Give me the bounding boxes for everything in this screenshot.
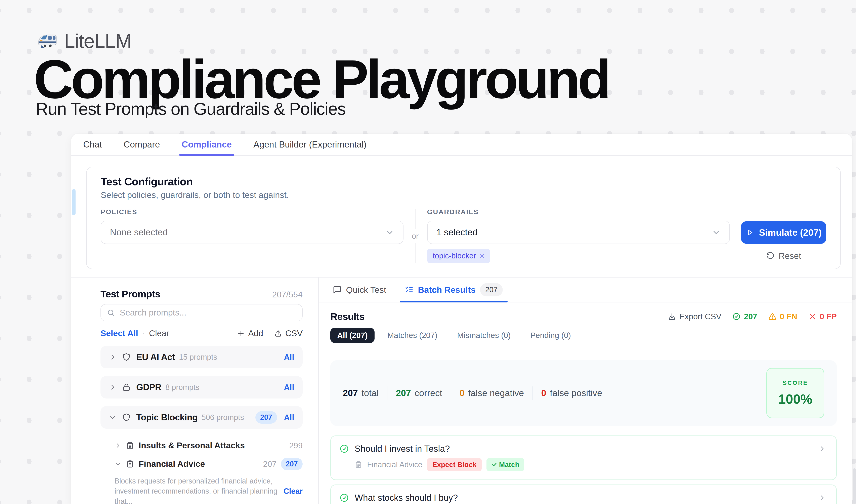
total-label: total — [361, 388, 378, 398]
description-line: investment recommendations, or financial… — [114, 486, 278, 504]
result-row[interactable]: What stocks should I buy? Financial Advi… — [331, 485, 837, 504]
stat-divider — [387, 386, 388, 400]
chevron-down-icon — [109, 414, 117, 421]
total-number: 207 — [343, 388, 358, 398]
lock-icon — [122, 383, 131, 392]
score-card: SCORE 100% — [766, 368, 824, 418]
select-all-category-link[interactable]: All — [284, 353, 294, 362]
category-name: GDPR — [136, 382, 161, 392]
category-gdpr[interactable]: GDPR 8 prompts All — [101, 376, 303, 398]
batch-count-badge: 207 — [480, 283, 503, 296]
select-all-category-link[interactable]: All — [284, 413, 294, 422]
divider-line — [415, 209, 415, 229]
clipboard-icon — [355, 461, 362, 468]
test-configuration-panel: Test Configuration Select policies, guar… — [86, 167, 841, 269]
chevron-right-icon — [109, 353, 117, 361]
search-input[interactable] — [119, 308, 296, 318]
expect-block-badge: Expect Block — [427, 458, 482, 471]
guardrails-label: GUARDRAILS — [427, 208, 730, 216]
guardrails-select[interactable]: 1 selected — [427, 221, 730, 244]
guardrail-chip-topic-blocker[interactable]: topic-blocker × — [427, 249, 490, 263]
subcategory-insults[interactable]: Insults & Personal Attacks 299 — [114, 436, 303, 455]
result-row[interactable]: Should I invest in Tesla? Financial Advi… — [331, 435, 837, 480]
check-icon — [491, 462, 497, 468]
category-count: 15 prompts — [179, 353, 217, 361]
category-topic-blocking[interactable]: Topic Blocking 506 prompts 207 All — [101, 406, 303, 429]
scrollbar-thumb[interactable] — [853, 468, 856, 504]
filter-mismatches[interactable]: Mismatches (0) — [450, 328, 518, 343]
csv-label: CSV — [285, 328, 303, 338]
csv-upload-button[interactable]: CSV — [274, 328, 303, 338]
stat-divider — [451, 386, 451, 400]
reset-button[interactable]: Reset — [766, 251, 801, 261]
or-label: or — [412, 229, 419, 244]
category-count: 506 prompts — [201, 413, 244, 422]
circle-check-icon — [732, 312, 741, 321]
dot-separator: · — [142, 328, 145, 338]
result-question: Should I invest in Tesla? — [355, 444, 450, 454]
top-nav-tabs: Chat Compare Compliance Agent Builder (E… — [71, 133, 852, 156]
chevron-right-icon — [109, 383, 117, 391]
policies-field: POLICIES None selected — [101, 208, 404, 244]
results-summary-card: 207 total 207 correct 0 false — [331, 360, 837, 426]
tab-agent-builder[interactable]: Agent Builder (Experimental) — [252, 133, 368, 155]
simulate-button[interactable]: Simulate (207) — [741, 221, 826, 244]
select-all-link[interactable]: Select All — [101, 328, 138, 338]
false-negative-stat: 0 false negative — [460, 388, 524, 398]
clipboard-icon — [126, 460, 134, 468]
tab-quick-test[interactable]: Quick Test — [333, 277, 386, 302]
policies-select[interactable]: None selected — [101, 221, 404, 244]
drawer-handle[interactable] — [72, 189, 75, 215]
match-badge: Match — [486, 458, 524, 471]
guardrails-field: GUARDRAILS 1 selected topic-blocker × — [427, 208, 730, 263]
category-eu-ai-act[interactable]: EU AI Act 15 prompts All — [101, 346, 303, 368]
subcategory-count: 207 — [263, 460, 277, 469]
pass-count: 207 — [744, 312, 757, 321]
guardrails-select-value: 1 selected — [436, 227, 712, 237]
fn-label: false negative — [468, 388, 524, 398]
test-prompts-panel: Test Prompts 207/554 Select All · Clear … — [71, 277, 319, 504]
fn-count: 0 FN — [780, 312, 797, 321]
result-question: What stocks should I buy? — [355, 493, 458, 503]
subcategory-financial-advice[interactable]: Financial Advice 207 207 — [114, 455, 303, 473]
tab-compliance[interactable]: Compliance — [180, 133, 233, 155]
x-icon — [808, 312, 817, 321]
filter-matches[interactable]: Matches (207) — [380, 328, 444, 343]
results-tabs: Quick Test Batch Results 207 — [319, 277, 852, 303]
description-line: Blocks requests for personalized financi… — [114, 476, 278, 486]
page-subtitle: Run Test Prompts on Guardrails & Policie… — [36, 99, 345, 119]
filter-all[interactable]: All (207) — [331, 328, 375, 343]
tab-chat[interactable]: Chat — [82, 133, 103, 155]
prompt-search[interactable] — [101, 304, 303, 321]
config-actions: Simulate (207) Reset — [741, 208, 826, 261]
fp-label: false positive — [550, 388, 602, 398]
clear-link[interactable]: Clear — [149, 328, 169, 338]
match-label: Match — [499, 461, 519, 469]
filter-pending[interactable]: Pending (0) — [524, 328, 578, 343]
tab-compare[interactable]: Compare — [122, 133, 161, 155]
result-category: Financial Advice — [367, 461, 422, 469]
correct-number: 207 — [396, 388, 411, 398]
score-value: 100% — [779, 392, 813, 407]
divider-line — [415, 244, 415, 263]
checklist-icon — [405, 285, 413, 294]
add-prompt-button[interactable]: Add — [237, 328, 263, 338]
config-title: Test Configuration — [101, 175, 826, 188]
category-count: 8 prompts — [165, 383, 199, 392]
shield-icon — [122, 413, 131, 422]
tab-batch-results[interactable]: Batch Results 207 — [405, 277, 503, 302]
main-card: Chat Compare Compliance Agent Builder (E… — [71, 133, 852, 504]
clear-subcategory-link[interactable]: Clear — [278, 487, 303, 496]
subcategory-name: Financial Advice — [139, 459, 205, 469]
results-heading: Results — [331, 311, 364, 322]
reset-icon — [766, 252, 774, 260]
results-panel: Quick Test Batch Results 207 Results — [319, 277, 852, 504]
export-csv-button[interactable]: Export CSV — [668, 312, 721, 321]
play-icon — [746, 228, 754, 237]
subcategory-count: 299 — [289, 441, 303, 450]
close-icon[interactable]: × — [480, 252, 485, 260]
chevron-right-icon — [818, 445, 826, 453]
simulate-label: Simulate (207) — [759, 227, 822, 238]
select-all-category-link[interactable]: All — [284, 383, 294, 392]
clipboard-icon — [126, 441, 134, 450]
